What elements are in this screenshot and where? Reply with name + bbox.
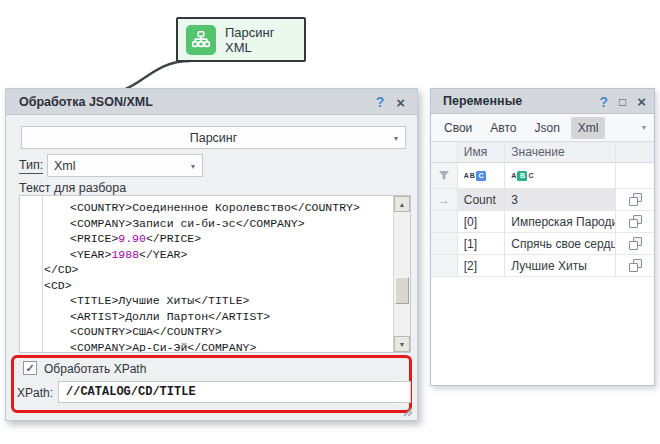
copy-icon bbox=[629, 259, 642, 272]
table-row[interactable]: [0]Имперская Пародия bbox=[431, 211, 654, 233]
table-row[interactable]: [1]Спрячь свое сердце bbox=[431, 233, 654, 255]
xml-line: <COMPANY>Записи си-би-эс</COMPANY> bbox=[20, 216, 393, 232]
xml-line: <COMPANY>Ар-Си-Эй</COMPANY> bbox=[20, 340, 393, 353]
xml-line: <PRICE>9.90</PRICE> bbox=[20, 231, 393, 247]
tabstrip-overflow-icon[interactable]: ▾ bbox=[642, 123, 646, 132]
abc-filter-icon: ABC bbox=[511, 171, 533, 181]
vertical-scrollbar[interactable]: ▲ ▼ bbox=[393, 196, 410, 352]
xml-line: <COUNTRY>США</COUNTRY> bbox=[20, 324, 393, 340]
operation-dropdown-value: Парсинг bbox=[22, 131, 405, 145]
dialog-titlebar[interactable]: Обработка JSON/XML bbox=[6, 89, 417, 115]
copy-button[interactable] bbox=[616, 189, 654, 210]
resize-grip[interactable] bbox=[401, 405, 413, 417]
xpath-checkbox-label: Обработать XPath bbox=[44, 362, 146, 376]
tab-свои[interactable]: Свои bbox=[437, 117, 479, 139]
variables-tabstrip: СвоиАвтоJsonXml ▾ bbox=[431, 114, 654, 142]
cell-value[interactable]: Спрячь свое сердце bbox=[505, 233, 616, 254]
copy-icon bbox=[629, 215, 642, 228]
xpath-label: XPath: bbox=[17, 386, 53, 400]
xml-line: <COUNTRY>Соединенное Королевство</COUNTR… bbox=[20, 200, 393, 216]
filter-cell-value[interactable]: ABC bbox=[505, 163, 616, 188]
copy-button[interactable] bbox=[616, 211, 654, 232]
cell-name[interactable]: [2] bbox=[458, 255, 506, 276]
node-label: Парсинг XML bbox=[225, 25, 304, 55]
maximize-icon[interactable]: □ bbox=[619, 95, 626, 109]
grid-header-row: Имя Значение bbox=[431, 142, 654, 163]
cell-value[interactable]: 3 bbox=[505, 189, 616, 210]
sitemap-icon bbox=[186, 25, 216, 55]
xml-line: <ARTIST>Долли Партон</ARTIST> bbox=[20, 309, 393, 325]
abc-filter-icon: ABC bbox=[464, 171, 486, 181]
dialog-title: Обработка JSON/XML bbox=[6, 95, 153, 109]
xml-line: <CD> bbox=[20, 278, 393, 294]
copy-button[interactable] bbox=[616, 233, 654, 254]
scroll-down-button[interactable]: ▼ bbox=[394, 336, 410, 352]
grid-filter-row: ABC ABC bbox=[431, 163, 654, 189]
tab-json[interactable]: Json bbox=[527, 117, 566, 139]
scroll-up-button[interactable]: ▲ bbox=[394, 196, 410, 212]
indent-guide-line bbox=[42, 196, 43, 352]
variables-grid: Имя Значение ABC ABC bbox=[431, 142, 654, 277]
row-indicator bbox=[431, 211, 458, 232]
close-icon[interactable]: × bbox=[637, 93, 646, 110]
xml-line: <YEAR>1988</YEAR> bbox=[20, 247, 393, 263]
type-dropdown[interactable]: Xml ▾ bbox=[47, 154, 203, 177]
row-indicator bbox=[431, 255, 458, 276]
cell-name[interactable]: [0] bbox=[458, 211, 506, 232]
row-indicator: → bbox=[431, 189, 458, 210]
type-dropdown-value: Xml bbox=[54, 159, 76, 173]
table-row[interactable]: [2]Лучшие Хиты bbox=[431, 255, 654, 277]
flow-node-parsing-xml[interactable]: Парсинг XML bbox=[176, 17, 306, 62]
cell-name[interactable]: [1] bbox=[458, 233, 506, 254]
chevron-down-icon: ▾ bbox=[191, 161, 195, 170]
xml-line: <TITLE>Лучшие Хиты</TITLE> bbox=[20, 293, 393, 309]
xml-content: <COUNTRY>Соединенное Королевство</COUNTR… bbox=[20, 196, 393, 352]
row-indicator bbox=[431, 233, 458, 254]
close-icon[interactable]: × bbox=[396, 94, 405, 111]
copy-icon bbox=[629, 193, 642, 206]
tab-авто[interactable]: Авто bbox=[483, 117, 523, 139]
operation-dropdown[interactable]: Парсинг ▾ bbox=[21, 126, 406, 149]
chevron-down-icon: ▾ bbox=[394, 133, 398, 142]
variables-title: Переменные bbox=[431, 94, 522, 108]
xpath-input[interactable]: //CATALOG/CD/TITLE bbox=[58, 381, 411, 403]
xpath-input-value: //CATALOG/CD/TITLE bbox=[66, 385, 196, 399]
json-xml-dialog: Обработка JSON/XML ? × Парсинг ▾ Тип: Xm… bbox=[5, 88, 418, 421]
tab-xml[interactable]: Xml bbox=[571, 117, 606, 139]
xml-text-area[interactable]: <COUNTRY>Соединенное Королевство</COUNTR… bbox=[19, 195, 411, 353]
table-row[interactable]: →Count3 bbox=[431, 189, 654, 211]
xml-line: </CD> bbox=[20, 262, 393, 278]
help-icon[interactable]: ? bbox=[376, 94, 385, 110]
filter-cell-name[interactable]: ABC bbox=[458, 163, 506, 188]
xpath-checkbox[interactable]: ✓ bbox=[23, 361, 37, 375]
canvas: Парсинг XML Обработка JSON/XML ? × Парси… bbox=[0, 0, 660, 444]
column-header-value[interactable]: Значение bbox=[505, 142, 616, 162]
cell-name[interactable]: Count bbox=[458, 189, 506, 210]
column-header-name[interactable]: Имя bbox=[458, 142, 506, 162]
copy-button[interactable] bbox=[616, 255, 654, 276]
variables-panel: Переменные ? □ × СвоиАвтоJsonXml ▾ Имя З… bbox=[430, 88, 655, 386]
scrollbar-thumb[interactable] bbox=[395, 277, 409, 304]
type-label: Тип: bbox=[19, 158, 43, 174]
cell-value[interactable]: Имперская Пародия bbox=[505, 211, 616, 232]
current-row-arrow-icon: → bbox=[438, 193, 450, 207]
filter-funnel-icon bbox=[438, 170, 450, 181]
cell-value[interactable]: Лучшие Хиты bbox=[505, 255, 616, 276]
help-icon[interactable]: ? bbox=[599, 94, 608, 110]
copy-icon bbox=[629, 237, 642, 250]
